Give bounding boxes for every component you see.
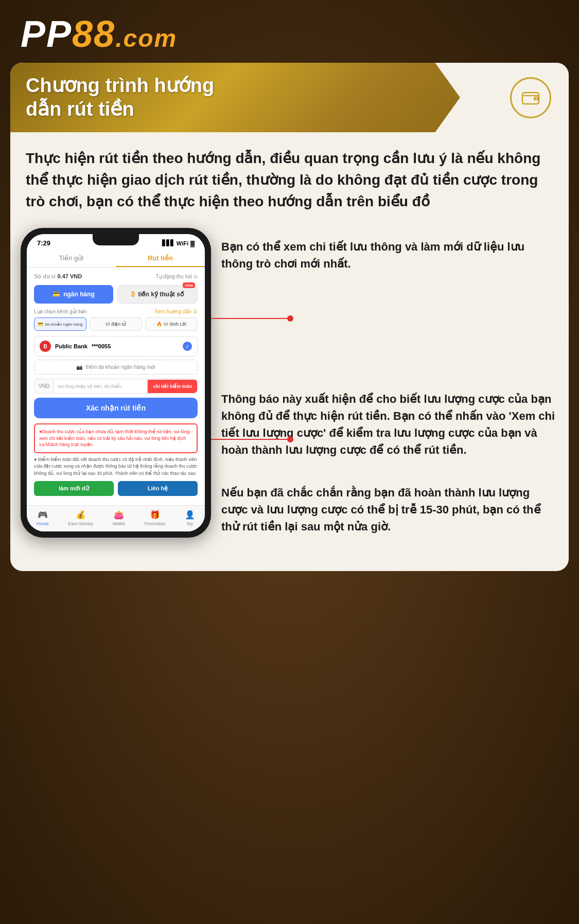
earn-icon: 💰 bbox=[76, 510, 86, 520]
channel-bank[interactable]: 💳 tài khoản ngân hàng bbox=[34, 317, 86, 331]
wifi-icon: WiFi bbox=[177, 240, 188, 246]
wallet-nav-icon: 👛 bbox=[114, 510, 124, 520]
info-box: ● Điểm kiểm toán đối với doanh thu cược … bbox=[34, 456, 198, 477]
bank-card-icon: 💳 bbox=[38, 322, 43, 327]
crypto-button[interactable]: new ₿ tiền kỹ thuật số bbox=[117, 285, 198, 304]
phone-notch bbox=[93, 234, 139, 245]
nav-earn[interactable]: 💰 Earn Money bbox=[68, 510, 93, 526]
header: PP88.com bbox=[0, 0, 579, 63]
side-note-1: Bạn có thể xem chi tiết lưu thông và làm… bbox=[221, 238, 558, 272]
bank-button[interactable]: 💳 ngân hàng bbox=[34, 285, 113, 304]
main-card: Chương trình hướng dẫn rút tiền Thực hiệ… bbox=[10, 63, 569, 571]
bottom-nav: 🎮 Home 💰 Earn Money 👛 Wallet bbox=[27, 505, 205, 531]
side-note-3: Nếu bạn đã chắc chắn rằng bạn đã hoàn th… bbox=[221, 484, 558, 535]
channel-label-text: Lựa chọn kênh gửi tiền bbox=[34, 309, 86, 314]
status-bar: 7:29 ▋▋▋ WiFi ▓ bbox=[27, 234, 205, 249]
svg-point-2 bbox=[536, 98, 537, 99]
logo-pp: PP bbox=[21, 13, 72, 55]
phone-mockup: 7:29 ▋▋▋ WiFi ▓ Tiền gửi bbox=[21, 228, 211, 538]
arrow-dot-2 bbox=[287, 436, 293, 442]
description-text: Thực hiện rút tiền theo hướng dẫn, điều … bbox=[10, 132, 569, 223]
tab-withdraw[interactable]: Rút tiền bbox=[116, 249, 205, 267]
contact-button[interactable]: Liên hệ bbox=[118, 481, 198, 496]
time-display: 7:29 bbox=[37, 239, 50, 247]
loi-icon: 🔥 bbox=[156, 322, 162, 327]
amount-placeholder: Vui lòng nhập số tiền, tối thiểu bbox=[54, 380, 147, 393]
checkmark-icon: ✓ bbox=[183, 342, 192, 351]
add-icon: 📷 bbox=[76, 364, 82, 370]
phone-content: Số dư ví 0.47 VND Tự động thu hồi ⊙ 💳 ng… bbox=[27, 268, 205, 505]
status-icons: ▋▋▋ WiFi ▓ bbox=[162, 240, 195, 246]
balance-row: Số dư ví 0.47 VND Tự động thu hồi ⊙ bbox=[34, 273, 198, 280]
balance-value: 0.47 VND bbox=[57, 273, 82, 279]
bank-info: B Public Bank ***0055 bbox=[40, 341, 111, 352]
channel-ewallet[interactable]: Ví điện tử bbox=[90, 317, 142, 331]
nav-promotion[interactable]: 🎁 Promotion bbox=[145, 510, 166, 526]
new-badge: new bbox=[183, 282, 195, 288]
arrow-dot-1 bbox=[287, 315, 293, 322]
logo-number: 88 bbox=[72, 13, 115, 55]
auto-retrieve: Tự động thu hồi ⊙ bbox=[155, 274, 198, 279]
refresh-button[interactable]: làm mới dữ bbox=[34, 481, 114, 496]
add-bank-button[interactable]: 📷 thêm tài khoản ngân hàng mới bbox=[34, 360, 198, 375]
promotion-icon: 🎁 bbox=[150, 510, 160, 520]
arrow-line-1 bbox=[211, 318, 287, 319]
side-note-2: Thông báo này xuất hiện để cho biết lưu … bbox=[221, 390, 558, 458]
home-icon: 🎮 bbox=[38, 510, 48, 520]
amount-row: VND Vui lòng nhập số tiền, tối thiểu chi… bbox=[34, 379, 198, 394]
channel-options: 💳 tài khoản ngân hàng Ví điện tử 🔥 Ví Si… bbox=[34, 317, 198, 331]
content-area: 7:29 ▋▋▋ WiFi ▓ Tiền gửi bbox=[10, 223, 569, 550]
battery-icon: ▓ bbox=[190, 240, 195, 246]
nav-my[interactable]: 👤 My bbox=[185, 510, 195, 526]
channel-label-row: Lựa chọn kênh gửi tiền Xem hướng dẫn ② bbox=[34, 309, 198, 314]
action-buttons-row: làm mới dữ Liên hệ bbox=[34, 481, 198, 496]
nav-home[interactable]: 🎮 Home bbox=[37, 510, 49, 526]
view-guide[interactable]: Xem hướng dẫn ② bbox=[154, 309, 198, 314]
wallet-icon-circle bbox=[510, 77, 551, 118]
bank-icon: B bbox=[40, 341, 51, 352]
confirm-button[interactable]: Xác nhận rút tiền bbox=[34, 398, 198, 418]
title-banner: Chương trình hướng dẫn rút tiền bbox=[10, 63, 510, 132]
title-text: Chương trình hướng dẫn rút tiền bbox=[26, 74, 214, 121]
tab-deposit[interactable]: Tiền gửi bbox=[27, 249, 116, 267]
bank-row: B Public Bank ***0055 ✓ bbox=[34, 336, 198, 357]
phone-tabs: Tiền gửi Rút tiền bbox=[27, 249, 205, 268]
amount-detail-button[interactable]: chi tiết kiểm toán bbox=[147, 380, 197, 393]
bank-name: Public Bank bbox=[55, 343, 87, 349]
error-box: ●Doanh thu cược của bạn chưa đủ, tạm thờ… bbox=[34, 423, 198, 453]
wallet-icon bbox=[519, 86, 542, 109]
channel-loi[interactable]: 🔥 Ví Sinh Lời bbox=[145, 317, 198, 331]
side-content: Bạn có thể xem chi tiết lưu thông và làm… bbox=[221, 228, 558, 550]
logo-com: .com bbox=[115, 25, 177, 52]
bank-number: ***0055 bbox=[92, 343, 111, 349]
bitcoin-icon: ₿ bbox=[131, 291, 135, 298]
my-icon: 👤 bbox=[185, 510, 195, 520]
currency-label: VND bbox=[34, 379, 54, 393]
arrow-line-2 bbox=[211, 439, 287, 440]
annotation-arrow-2 bbox=[211, 436, 293, 442]
logo: PP88.com bbox=[21, 15, 558, 52]
payment-buttons: 💳 ngân hàng new ₿ tiền kỹ thuật số bbox=[34, 285, 198, 304]
phone-container: 7:29 ▋▋▋ WiFi ▓ Tiền gửi bbox=[21, 228, 211, 550]
signal-icon: ▋▋▋ bbox=[162, 240, 174, 246]
bank-icon-small: 💳 bbox=[52, 291, 60, 298]
phone-screen: 7:29 ▋▋▋ WiFi ▓ Tiền gửi bbox=[27, 234, 205, 531]
annotation-arrow-1 bbox=[211, 315, 293, 322]
balance-label: Số dư ví bbox=[34, 273, 56, 279]
nav-wallet[interactable]: 👛 Wallet bbox=[112, 510, 125, 526]
